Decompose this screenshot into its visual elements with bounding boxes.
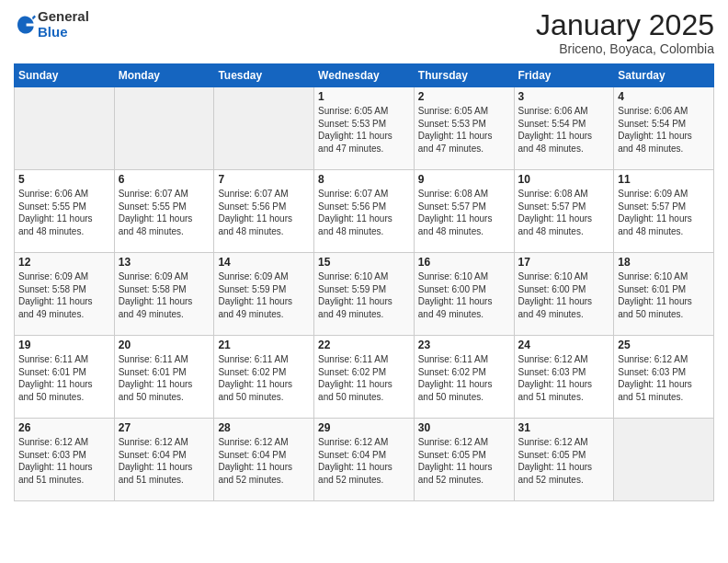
- cell-content: Sunrise: 6:08 AMSunset: 5:57 PMDaylight:…: [518, 188, 610, 237]
- day-number: 12: [18, 256, 110, 269]
- day-number: 27: [119, 421, 210, 434]
- location-subtitle: Briceno, Boyaca, Colombia: [536, 41, 714, 56]
- cell-content: Sunrise: 6:09 AMSunset: 5:58 PMDaylight:…: [119, 270, 210, 320]
- calendar-cell: [214, 87, 314, 170]
- day-number: 24: [518, 339, 610, 351]
- day-number: 16: [418, 256, 510, 269]
- day-number: 28: [218, 421, 310, 434]
- day-number: 6: [119, 173, 210, 186]
- logo-text: General Blue: [38, 9, 89, 40]
- cell-content: Sunrise: 6:10 AMSunset: 6:00 PMDaylight:…: [518, 270, 610, 320]
- calendar-header-row: SundayMondayTuesdayWednesdayThursdayFrid…: [15, 64, 714, 87]
- calendar-cell: 17Sunrise: 6:10 AMSunset: 6:00 PMDayligh…: [514, 253, 614, 336]
- calendar-cell: 6Sunrise: 6:07 AMSunset: 5:55 PMDaylight…: [114, 170, 214, 253]
- day-number: 13: [119, 256, 210, 269]
- cell-content: Sunrise: 6:12 AMSunset: 6:04 PMDaylight:…: [119, 436, 210, 486]
- calendar-cell: 1Sunrise: 6:05 AMSunset: 5:53 PMDaylight…: [314, 87, 415, 170]
- calendar-cell: 27Sunrise: 6:12 AMSunset: 6:04 PMDayligh…: [114, 419, 214, 501]
- cell-content: Sunrise: 6:07 AMSunset: 5:56 PMDaylight:…: [218, 188, 310, 237]
- title-block: January 2025 Briceno, Boyaca, Colombia: [536, 9, 714, 56]
- day-number: 1: [318, 90, 410, 103]
- column-header-wednesday: Wednesday: [314, 64, 415, 87]
- day-number: 15: [318, 256, 410, 269]
- cell-content: Sunrise: 6:12 AMSunset: 6:04 PMDaylight:…: [218, 436, 310, 486]
- cell-content: Sunrise: 6:11 AMSunset: 6:01 PMDaylight:…: [18, 353, 110, 403]
- day-number: 9: [418, 173, 510, 186]
- day-number: 21: [218, 339, 310, 351]
- day-number: 8: [318, 173, 410, 186]
- cell-content: Sunrise: 6:12 AMSunset: 6:03 PMDaylight:…: [618, 353, 710, 403]
- day-number: 31: [518, 421, 610, 434]
- calendar-cell: 20Sunrise: 6:11 AMSunset: 6:01 PMDayligh…: [114, 336, 214, 419]
- calendar-cell: 2Sunrise: 6:05 AMSunset: 5:53 PMDaylight…: [414, 87, 514, 170]
- page-header: General Blue January 2025 Briceno, Boyac…: [14, 9, 714, 56]
- calendar-cell: 11Sunrise: 6:09 AMSunset: 5:57 PMDayligh…: [614, 170, 714, 253]
- cell-content: Sunrise: 6:07 AMSunset: 5:55 PMDaylight:…: [119, 188, 210, 237]
- calendar-cell: 18Sunrise: 6:10 AMSunset: 6:01 PMDayligh…: [614, 253, 714, 336]
- calendar-cell: 14Sunrise: 6:09 AMSunset: 5:59 PMDayligh…: [214, 253, 314, 336]
- cell-content: Sunrise: 6:12 AMSunset: 6:04 PMDaylight:…: [318, 436, 410, 486]
- calendar-cell: 4Sunrise: 6:06 AMSunset: 5:54 PMDaylight…: [614, 87, 714, 170]
- cell-content: Sunrise: 6:12 AMSunset: 6:03 PMDaylight:…: [18, 436, 110, 486]
- calendar-cell: 3Sunrise: 6:06 AMSunset: 5:54 PMDaylight…: [514, 87, 614, 170]
- cell-content: Sunrise: 6:10 AMSunset: 6:01 PMDaylight:…: [618, 270, 710, 320]
- day-number: 14: [218, 256, 310, 269]
- day-number: 7: [218, 173, 310, 186]
- logo: General Blue: [14, 9, 89, 40]
- calendar-week-row: 19Sunrise: 6:11 AMSunset: 6:01 PMDayligh…: [15, 336, 714, 419]
- day-number: 3: [518, 90, 610, 103]
- logo-icon: [14, 14, 36, 36]
- calendar-cell: 26Sunrise: 6:12 AMSunset: 6:03 PMDayligh…: [15, 419, 115, 501]
- calendar-cell: 29Sunrise: 6:12 AMSunset: 6:04 PMDayligh…: [314, 419, 415, 501]
- day-number: 2: [418, 90, 510, 103]
- cell-content: Sunrise: 6:12 AMSunset: 6:05 PMDaylight:…: [518, 436, 610, 486]
- calendar-cell: 28Sunrise: 6:12 AMSunset: 6:04 PMDayligh…: [214, 419, 314, 501]
- cell-content: Sunrise: 6:11 AMSunset: 6:01 PMDaylight:…: [119, 353, 210, 403]
- calendar-cell: 12Sunrise: 6:09 AMSunset: 5:58 PMDayligh…: [15, 253, 115, 336]
- day-number: 22: [318, 339, 410, 351]
- calendar-week-row: 12Sunrise: 6:09 AMSunset: 5:58 PMDayligh…: [15, 253, 714, 336]
- day-number: 29: [318, 421, 410, 434]
- calendar-cell: 24Sunrise: 6:12 AMSunset: 6:03 PMDayligh…: [514, 336, 614, 419]
- cell-content: Sunrise: 6:07 AMSunset: 5:56 PMDaylight:…: [318, 188, 410, 237]
- day-number: 20: [119, 339, 210, 351]
- column-header-thursday: Thursday: [414, 64, 514, 87]
- calendar-table: SundayMondayTuesdayWednesdayThursdayFrid…: [14, 63, 714, 501]
- calendar-cell: 31Sunrise: 6:12 AMSunset: 6:05 PMDayligh…: [514, 419, 614, 501]
- calendar-week-row: 1Sunrise: 6:05 AMSunset: 5:53 PMDaylight…: [15, 87, 714, 170]
- day-number: 11: [618, 173, 710, 186]
- cell-content: Sunrise: 6:10 AMSunset: 6:00 PMDaylight:…: [418, 270, 510, 320]
- cell-content: Sunrise: 6:12 AMSunset: 6:03 PMDaylight:…: [518, 353, 610, 403]
- month-title: January 2025: [536, 9, 714, 41]
- calendar-week-row: 5Sunrise: 6:06 AMSunset: 5:55 PMDaylight…: [15, 170, 714, 253]
- calendar-cell: 19Sunrise: 6:11 AMSunset: 6:01 PMDayligh…: [15, 336, 115, 419]
- calendar-cell: [114, 87, 214, 170]
- cell-content: Sunrise: 6:12 AMSunset: 6:05 PMDaylight:…: [418, 436, 510, 486]
- calendar-cell: 10Sunrise: 6:08 AMSunset: 5:57 PMDayligh…: [514, 170, 614, 253]
- cell-content: Sunrise: 6:08 AMSunset: 5:57 PMDaylight:…: [418, 188, 510, 237]
- column-header-saturday: Saturday: [614, 64, 714, 87]
- cell-content: Sunrise: 6:11 AMSunset: 6:02 PMDaylight:…: [218, 353, 310, 403]
- cell-content: Sunrise: 6:06 AMSunset: 5:54 PMDaylight:…: [618, 105, 710, 155]
- day-number: 23: [418, 339, 510, 351]
- calendar-cell: [15, 87, 115, 170]
- calendar-cell: 22Sunrise: 6:11 AMSunset: 6:02 PMDayligh…: [314, 336, 415, 419]
- calendar-cell: 13Sunrise: 6:09 AMSunset: 5:58 PMDayligh…: [114, 253, 214, 336]
- calendar-cell: 5Sunrise: 6:06 AMSunset: 5:55 PMDaylight…: [15, 170, 115, 253]
- cell-content: Sunrise: 6:11 AMSunset: 6:02 PMDaylight:…: [418, 353, 510, 403]
- day-number: 25: [618, 339, 710, 351]
- cell-content: Sunrise: 6:05 AMSunset: 5:53 PMDaylight:…: [318, 105, 410, 155]
- day-number: 5: [18, 173, 110, 186]
- calendar-cell: 16Sunrise: 6:10 AMSunset: 6:00 PMDayligh…: [414, 253, 514, 336]
- calendar-cell: 9Sunrise: 6:08 AMSunset: 5:57 PMDaylight…: [414, 170, 514, 253]
- cell-content: Sunrise: 6:09 AMSunset: 5:59 PMDaylight:…: [218, 270, 310, 320]
- column-header-friday: Friday: [514, 64, 614, 87]
- cell-content: Sunrise: 6:09 AMSunset: 5:57 PMDaylight:…: [618, 188, 710, 237]
- calendar-cell: 25Sunrise: 6:12 AMSunset: 6:03 PMDayligh…: [614, 336, 714, 419]
- logo-general: General: [38, 8, 89, 24]
- cell-content: Sunrise: 6:05 AMSunset: 5:53 PMDaylight:…: [418, 105, 510, 155]
- cell-content: Sunrise: 6:06 AMSunset: 5:55 PMDaylight:…: [18, 188, 110, 237]
- cell-content: Sunrise: 6:11 AMSunset: 6:02 PMDaylight:…: [318, 353, 410, 403]
- column-header-sunday: Sunday: [15, 64, 115, 87]
- calendar-cell: [614, 419, 714, 501]
